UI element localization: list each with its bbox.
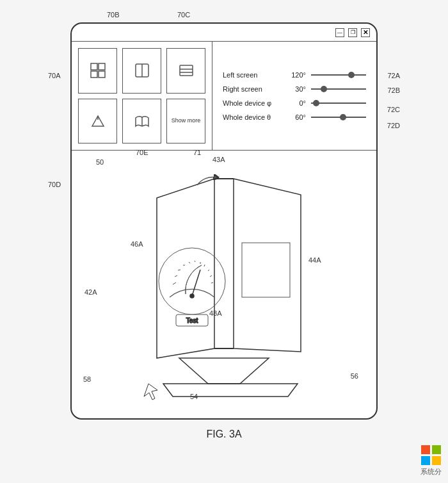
setting-label-left-screen: Left screen [223,71,280,79]
setting-label-whole-theta: Whole device θ [223,113,280,121]
label-48A: 48A [209,309,222,317]
svg-point-25 [190,294,194,298]
icons-area: Show more [72,42,212,150]
show-more-button[interactable]: Show more [166,99,205,144]
label-72C: 72C [387,106,400,113]
ms-logo [421,445,442,466]
label-70A: 70A [48,72,61,79]
label-44A: 44A [308,256,321,264]
window-titlebar: — ❐ ✕ [72,24,376,42]
label-72B: 72B [387,86,400,94]
patent-diagram: — ❐ ✕ 70B 70C [70,22,378,420]
label-46A: 46A [131,240,143,248]
label-50: 50 [96,158,104,166]
label-72D: 72D [387,122,400,129]
main-container: 70A 70D 72A 72B 72C 72D — ❐ ✕ [0,0,448,483]
close-button[interactable]: ✕ [361,28,370,37]
label-70D: 70D [48,181,61,188]
label-56: 56 [351,372,358,380]
app-icon-4[interactable] [78,99,117,144]
setting-row-left-screen: Left screen 120° [223,71,366,79]
setting-label-right-screen: Right screen [223,85,280,93]
svg-rect-3 [99,71,105,78]
setting-label-whole-phi: Whole device φ [223,99,280,107]
label-70C-top: 70C [177,11,190,19]
watermark-text-1: 系统分 [420,467,442,477]
svg-rect-1 [99,63,105,70]
label-54: 54 [190,393,198,400]
setting-row-whole-theta: Whole device θ 60° [223,113,366,121]
minimize-button[interactable]: — [335,28,344,37]
device-svg: Test [102,160,346,409]
upper-panel: Show more Left screen 120° Ri [72,42,376,151]
diagram-wrapper: 70A 70D 72A 72B 72C 72D — ❐ ✕ [0,13,448,420]
settings-panel: Left screen 120° Right screen 30° [212,42,376,150]
svg-text:Test: Test [186,317,198,324]
svg-rect-0 [91,63,97,70]
setting-value-whole-theta: 60° [285,113,306,121]
setting-value-left-screen: 120° [285,71,306,79]
window-controls: — ❐ ✕ [335,28,370,37]
slider-right-screen[interactable] [311,88,366,90]
lower-diagram: Test 50 43A 42A [72,151,376,418]
setting-value-whole-phi: 0° [285,99,306,107]
label-43A: 43A [212,156,225,163]
setting-row-right-screen: Right screen 30° [223,85,366,93]
label-42A: 42A [84,288,97,296]
svg-rect-6 [180,65,193,76]
slider-whole-phi[interactable] [311,102,366,104]
label-58: 58 [83,375,91,383]
figure-caption: FIG. 3A [206,429,241,439]
app-icon-1[interactable] [78,48,117,94]
label-70B-top: 70B [107,11,120,19]
watermark: 系统分 [420,445,442,477]
slider-whole-theta[interactable] [311,117,366,118]
slider-left-screen[interactable] [311,74,366,76]
setting-row-whole-phi: Whole device φ 0° [223,99,366,107]
app-icon-3[interactable] [166,48,205,94]
app-icon-5[interactable] [122,99,161,144]
app-icon-2[interactable] [122,48,161,94]
figure-caption-container: FIG. 3A [206,429,241,440]
restore-button[interactable]: ❐ [348,28,357,37]
label-72A: 72A [387,72,400,79]
svg-rect-2 [91,71,97,78]
setting-value-right-screen: 30° [285,85,306,93]
